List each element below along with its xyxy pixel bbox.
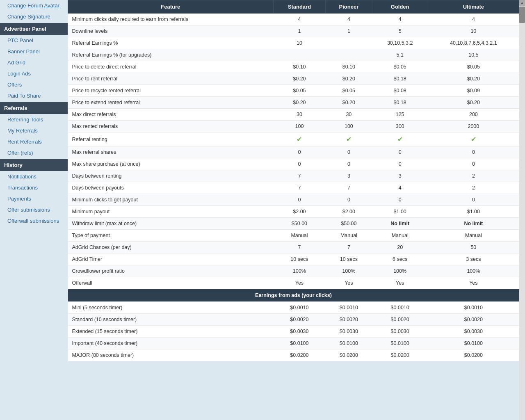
sidebar-item-offer-submissions[interactable]: Offer submissions xyxy=(0,204,68,215)
table-cell: 100 xyxy=(326,121,372,132)
table-cell: 100% xyxy=(273,265,326,277)
table-row: AdGrid Timer10 secs10 secs6 secs3 secs xyxy=(68,253,519,265)
table-cell: 0 xyxy=(428,146,519,158)
scrollbar[interactable]: ▲ xyxy=(519,0,525,420)
table-cell: 0 xyxy=(273,194,326,206)
sidebar-item-payments[interactable]: Payments xyxy=(0,193,68,204)
table-cell: 7 xyxy=(326,242,372,253)
earnings-section-header-row: Earnings from ads (your clicks) xyxy=(68,289,519,302)
table-cell: 4 xyxy=(326,14,372,25)
table-row: Minimum clicks daily required to earn fr… xyxy=(68,14,519,25)
sidebar-item-offer-refs[interactable]: Offer (refs) xyxy=(0,147,68,158)
table-cell: $0.0020 xyxy=(273,314,326,326)
table-row: AdGrid Chances (per day)772050 xyxy=(68,242,519,253)
table-cell-feature: Minimum clicks to get payout xyxy=(68,194,274,206)
table-cell: 10 xyxy=(428,25,519,37)
earnings-section-label: Earnings from ads (your clicks) xyxy=(68,289,519,302)
table-cell: 4 xyxy=(428,14,519,25)
table-cell: 0 xyxy=(372,194,428,206)
sidebar-item-paid-to-share[interactable]: Paid To Share xyxy=(0,90,68,101)
sidebar-section-advertiser-panel: Advertiser Panel xyxy=(0,23,68,35)
table-row: Mini (5 seconds timer)$0.0010$0.0010$0.0… xyxy=(68,302,519,314)
table-cell: $0.09 xyxy=(428,85,519,97)
table-cell: 4 xyxy=(372,182,428,194)
table-cell: $0.0030 xyxy=(372,326,428,338)
table-cell: $0.20 xyxy=(428,97,519,109)
table-cell: Yes xyxy=(326,277,372,289)
table-cell: No limit xyxy=(372,218,428,230)
table-cell: $0.0030 xyxy=(273,326,326,338)
table-cell: 100% xyxy=(326,265,372,277)
table-cell: 0 xyxy=(273,158,326,170)
table-cell: 3 secs xyxy=(428,253,519,265)
table-cell: $0.20 xyxy=(326,73,372,85)
table-cell: 50 xyxy=(428,242,519,253)
table-cell: ✔ xyxy=(273,132,326,146)
table-cell: $0.20 xyxy=(273,97,326,109)
table-cell: ✔ xyxy=(372,132,428,146)
table-row: Important (40 seconds timer)$0.0100$0.01… xyxy=(68,338,519,349)
table-row: Max referral shares0000 xyxy=(68,146,519,158)
table-cell xyxy=(326,49,372,61)
table-cell: $0.0010 xyxy=(273,302,326,314)
table-cell: 0 xyxy=(428,194,519,206)
table-row: Crowdflower profit ratio100%100%100%100% xyxy=(68,265,519,277)
table-cell-feature: Max referral shares xyxy=(68,146,274,158)
sidebar-item-notifications[interactable]: Notifications xyxy=(0,171,68,182)
table-cell: Yes xyxy=(273,277,326,289)
table-cell-feature: Referral Earnings % xyxy=(68,37,274,49)
sidebar-item-change-forum-avatar[interactable]: Change Forum Avatar xyxy=(0,0,68,11)
table-cell: $0.0010 xyxy=(326,302,372,314)
table-cell: $0.18 xyxy=(372,73,428,85)
table-cell: $0.20 xyxy=(428,73,519,85)
table-cell: $0.0010 xyxy=(428,302,519,314)
sidebar-item-offers[interactable]: Offers xyxy=(0,79,68,90)
table-cell-feature: Days between renting xyxy=(68,170,274,182)
table-cell-feature: Max share purchase (at once) xyxy=(68,158,274,170)
table-row: OfferwallYesYesYesYes xyxy=(68,277,519,289)
table-cell: 20 xyxy=(372,242,428,253)
table-row: Days between renting7332 xyxy=(68,170,519,182)
table-cell: Manual xyxy=(273,230,326,242)
table-cell: 1 xyxy=(326,25,372,37)
sidebar-item-ptc-panel[interactable]: PTC Panel xyxy=(0,35,68,46)
table-cell: $50.00 xyxy=(273,218,326,230)
table-cell: 2 xyxy=(428,182,519,194)
sidebar-item-referring-tools[interactable]: Referring Tools xyxy=(0,114,68,125)
sidebar-item-banner-panel[interactable]: Banner Panel xyxy=(0,46,68,57)
table-cell: $0.0020 xyxy=(428,314,519,326)
table-cell: $1.00 xyxy=(428,206,519,218)
sidebar-item-ad-grid[interactable]: Ad Grid xyxy=(0,57,68,68)
sidebar-item-transactions[interactable]: Transactions xyxy=(0,182,68,193)
sidebar-item-my-referrals[interactable]: My Referrals xyxy=(0,125,68,136)
main-content: Feature Standard Pioneer Golden Ultimate… xyxy=(68,0,519,420)
table-cell: 0 xyxy=(326,194,372,206)
table-row: Price to delete direct referral$0.10$0.1… xyxy=(68,61,519,73)
table-cell xyxy=(326,37,372,49)
scrollbar-thumb[interactable] xyxy=(519,7,525,23)
table-row: Referral Earnings %1030,10,5,3,240,10,8,… xyxy=(68,37,519,49)
table-cell: $0.0200 xyxy=(326,349,372,361)
table-cell-feature: Max rented referrals xyxy=(68,121,274,132)
table-cell: 7 xyxy=(273,242,326,253)
table-row: Price to rent referral$0.20$0.20$0.18$0.… xyxy=(68,73,519,85)
table-cell: 100 xyxy=(273,121,326,132)
table-cell-feature: Price to delete direct referral xyxy=(68,61,274,73)
table-row: Referral Earnings % (for upgrades)5,110,… xyxy=(68,49,519,61)
table-cell: 10,5 xyxy=(428,49,519,61)
table-cell: $0.18 xyxy=(372,97,428,109)
table-cell-feature: Max direct referrals xyxy=(68,109,274,121)
table-cell-feature: Referral Earnings % (for upgrades) xyxy=(68,49,274,61)
scrollbar-up-button[interactable]: ▲ xyxy=(519,0,525,6)
table-cell: 10 secs xyxy=(326,253,372,265)
table-cell: ✔ xyxy=(428,132,519,146)
table-cell: $0.0100 xyxy=(326,338,372,349)
table-cell: 1 xyxy=(273,25,326,37)
sidebar-item-change-signature[interactable]: Change Signature xyxy=(0,11,68,22)
table-cell: 200 xyxy=(428,109,519,121)
table-cell: $0.05 xyxy=(428,61,519,73)
sidebar-item-rent-referrals[interactable]: Rent Referrals xyxy=(0,136,68,147)
sidebar-item-offerwall-submissions[interactable]: Offerwall submissions xyxy=(0,215,68,226)
table-cell: $0.0200 xyxy=(273,349,326,361)
sidebar-item-login-ads[interactable]: Login Ads xyxy=(0,68,68,79)
